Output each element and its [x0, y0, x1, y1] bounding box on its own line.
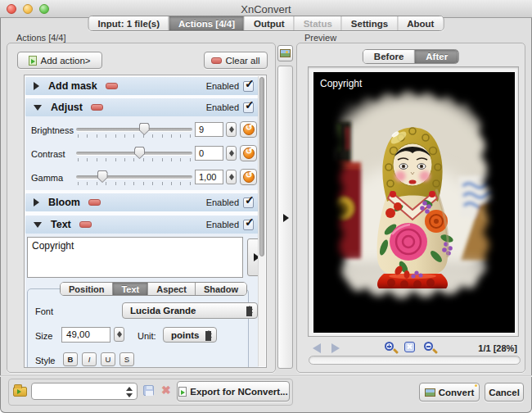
cancel-button[interactable]: Cancel — [485, 383, 524, 402]
contrast-label: Contrast — [31, 149, 65, 159]
size-field[interactable]: 49,00 — [61, 327, 110, 343]
gamma-stepper[interactable] — [226, 170, 237, 184]
brightness-value[interactable]: 9 — [195, 122, 223, 137]
unit-popup[interactable]: points — [163, 327, 217, 343]
prev-image-icon[interactable] — [313, 343, 321, 353]
expand-triangle-icon[interactable] — [34, 198, 39, 206]
contrast-reset-button[interactable] — [240, 145, 257, 161]
preview-toggle-button[interactable] — [277, 45, 293, 61]
gamma-value[interactable]: 1,00 — [195, 170, 223, 184]
action-label: Add mask — [48, 80, 97, 92]
style-underline-button[interactable]: U — [101, 352, 115, 366]
enabled-label: Enabled — [206, 197, 239, 207]
magnifier-handle — [393, 348, 399, 354]
reset-icon — [243, 171, 255, 183]
slider-ticks — [78, 134, 191, 138]
action-header-bloom[interactable]: Bloom Enabled — [25, 193, 259, 211]
zoom-out-icon[interactable] — [424, 342, 433, 351]
subtab-position[interactable]: Position — [61, 283, 113, 295]
tab-about[interactable]: About — [398, 16, 443, 30]
splitter-handle[interactable] — [277, 66, 293, 369]
subtab-text[interactable]: Text — [113, 283, 148, 295]
font-label: Font — [35, 306, 53, 316]
preview-panel: Before After — [296, 43, 525, 373]
style-strike-button[interactable]: S — [119, 352, 134, 366]
collapse-triangle-icon[interactable] — [34, 222, 42, 228]
unit-label: Unit: — [138, 331, 156, 341]
popup-arrows-icon — [205, 330, 212, 341]
folder-icon[interactable] — [13, 387, 27, 397]
enabled-checkbox[interactable] — [243, 220, 254, 230]
picture-icon — [280, 49, 291, 57]
contrast-row: Contrast 0 — [25, 144, 259, 166]
style-italic-button[interactable]: I — [82, 352, 97, 366]
preview-frame: Copyright — [308, 66, 519, 337]
size-stepper[interactable] — [114, 327, 124, 342]
subtab-shadow[interactable]: Shadow — [196, 283, 246, 295]
adjust-content: Brightness 9 Contrast 0 — [25, 116, 259, 190]
action-label: Adjust — [51, 102, 83, 113]
export-icon — [178, 387, 187, 397]
action-header-add-mask[interactable]: Add mask Enabled — [25, 77, 259, 95]
tab-actions[interactable]: Actions [4/4] — [169, 16, 245, 30]
brightness-row: Brightness 9 — [25, 120, 259, 142]
convert-button[interactable]: Convert — [419, 383, 480, 402]
contrast-slider[interactable] — [76, 152, 192, 155]
before-after-tabs: Before After — [363, 49, 459, 64]
zoom-in-icon[interactable] — [385, 342, 394, 351]
tab-settings[interactable]: Settings — [342, 16, 398, 30]
clear-all-icon — [211, 57, 222, 64]
watermark-text-input[interactable]: Copyright — [27, 237, 243, 278]
brightness-stepper[interactable] — [226, 122, 237, 137]
actions-panel: Add action> Clear all Add mask Enabled A… — [7, 43, 276, 373]
remove-action-icon[interactable] — [88, 199, 101, 206]
tab-output[interactable]: Output — [245, 16, 295, 30]
clear-all-button[interactable]: Clear all — [204, 52, 268, 69]
action-header-text[interactable]: Text Enabled — [25, 216, 259, 234]
contrast-value[interactable]: 0 — [195, 146, 223, 161]
style-bold-button[interactable]: B — [63, 352, 78, 366]
tab-input[interactable]: Input: 1 file(s) — [89, 16, 169, 30]
brightness-slider[interactable] — [76, 128, 192, 131]
zoom-fit-icon[interactable] — [404, 342, 415, 352]
brightness-reset-button[interactable] — [240, 121, 257, 138]
enabled-checkbox[interactable] — [243, 81, 254, 92]
enabled-checkbox[interactable] — [243, 197, 254, 208]
collapse-triangle-icon[interactable] — [34, 105, 42, 111]
scrollbar-thumb[interactable] — [259, 77, 264, 256]
main-tab-bar: Input: 1 file(s) Actions [4/4] Output St… — [88, 16, 444, 31]
gamma-reset-button[interactable] — [240, 169, 257, 185]
slider-ticks — [78, 158, 191, 161]
actions-scrollbar[interactable] — [258, 76, 265, 366]
action-label: Text — [51, 219, 71, 230]
tab-after[interactable]: After — [415, 50, 458, 63]
window-title: XnConvert — [0, 3, 532, 16]
expand-triangle-icon[interactable] — [34, 82, 39, 90]
preset-combo[interactable] — [31, 383, 138, 400]
export-nconvert-button[interactable]: Export for NConvert... — [177, 381, 290, 402]
xnconvert-window: XnConvert Input: 1 file(s) Actions [4/4]… — [0, 0, 532, 413]
next-image-icon[interactable] — [331, 343, 340, 353]
remove-action-icon[interactable] — [106, 83, 118, 89]
font-popup[interactable]: Lucida Grande — [122, 302, 258, 319]
subtab-aspect[interactable]: Aspect — [148, 283, 196, 295]
tab-status: Status — [295, 16, 342, 30]
add-action-button[interactable]: Add action> — [17, 52, 102, 69]
action-header-adjust[interactable]: Adjust Enabled — [25, 98, 259, 116]
reset-icon — [243, 124, 255, 135]
delete-preset-icon[interactable]: ✖ — [161, 384, 171, 397]
enabled-checkbox[interactable] — [243, 102, 254, 113]
page-counter: 1/1 [28%] — [478, 343, 517, 353]
remove-action-icon[interactable] — [79, 221, 92, 228]
reset-icon — [243, 148, 255, 159]
save-preset-icon[interactable] — [143, 385, 154, 396]
tab-before[interactable]: Before — [363, 50, 415, 63]
gamma-slider[interactable] — [76, 175, 192, 179]
preview-image[interactable]: Copyright — [313, 72, 515, 333]
watermark-text: Copyright — [320, 78, 363, 89]
popup-arrows-icon — [126, 387, 133, 397]
popup-arrows-icon — [246, 306, 253, 316]
remove-action-icon[interactable] — [91, 104, 103, 111]
enabled-label: Enabled — [206, 81, 239, 91]
contrast-stepper[interactable] — [226, 146, 237, 161]
